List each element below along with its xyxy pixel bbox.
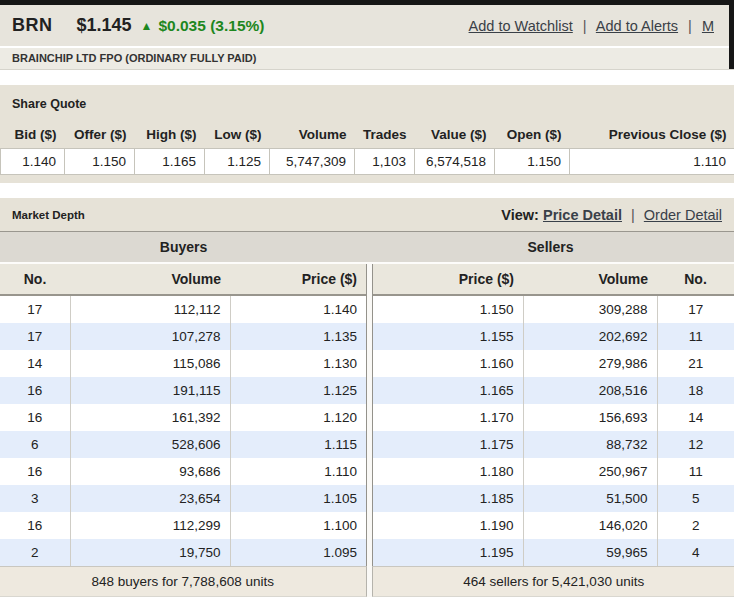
buyer-row: 16112,2991.100 [0, 512, 366, 539]
buyers-summary: 848 buyers for 7,788,608 units [0, 566, 367, 597]
seller-volume-cell: 146,020 [523, 512, 657, 539]
buyer-price-cell: 1.135 [230, 323, 366, 350]
company-name: BRAINCHIP LTD FPO (ORDINARY FULLY PAID) [0, 48, 734, 70]
share-quote-header-cell: Previous Close ($) [570, 121, 734, 149]
seller-no-cell: 21 [657, 350, 734, 377]
buyer-price-cell: 1.105 [230, 485, 366, 512]
seller-no-cell: 18 [657, 377, 734, 404]
sellers-no-header: No. [657, 264, 734, 295]
buyer-row: 219,7501.095 [0, 539, 366, 566]
add-to-alerts-link[interactable]: Add to Alerts [596, 18, 678, 34]
seller-volume-cell: 279,986 [523, 350, 657, 377]
high-value: 1.165 [135, 149, 205, 175]
buyer-volume-cell: 107,278 [70, 323, 230, 350]
buyer-price-cell: 1.095 [230, 539, 366, 566]
open-value: 1.150 [495, 149, 570, 175]
link-separator: | [688, 18, 692, 34]
seller-price-cell: 1.195 [373, 539, 523, 566]
buyer-no-cell: 6 [0, 431, 70, 458]
seller-volume-cell: 250,967 [523, 458, 657, 485]
buyers-panel: No. Volume Price ($) 17112,1121.140 1710… [0, 264, 367, 566]
buyer-no-cell: 17 [0, 295, 70, 323]
seller-row: 1.17588,73212 [373, 431, 734, 458]
buyer-volume-cell: 115,086 [70, 350, 230, 377]
buyer-price-cell: 1.110 [230, 458, 366, 485]
buyer-no-cell: 17 [0, 323, 70, 350]
market-depth-title: Market Depth [12, 209, 85, 221]
buyer-no-cell: 14 [0, 350, 70, 377]
add-to-watchlist-link[interactable]: Add to Watchlist [469, 18, 573, 34]
low-value: 1.125 [205, 149, 270, 175]
buyer-volume-cell: 23,654 [70, 485, 230, 512]
buyer-no-cell: 16 [0, 458, 70, 485]
seller-price-cell: 1.185 [373, 485, 523, 512]
spacer [0, 70, 734, 85]
header-links: Add to Watchlist | Add to Alerts | M [469, 18, 722, 34]
seller-price-cell: 1.160 [373, 350, 523, 377]
sellers-volume-header: Volume [523, 264, 657, 295]
buyer-price-cell: 1.125 [230, 377, 366, 404]
share-quote-header-row: Bid ($) Offer ($) High ($) Low ($) Volum… [1, 121, 734, 149]
price-detail-link[interactable]: Price Detail [543, 207, 622, 223]
seller-row: 1.165208,51618 [373, 377, 734, 404]
seller-no-cell: 12 [657, 431, 734, 458]
order-detail-link[interactable]: Order Detail [644, 207, 722, 223]
sellers-header-row: Price ($) Volume No. [373, 264, 734, 295]
buyer-volume-cell: 528,606 [70, 431, 230, 458]
link-separator: | [583, 18, 587, 34]
buyer-no-cell: 16 [0, 377, 70, 404]
share-quote-header-cell: Open ($) [495, 121, 570, 149]
buyer-no-cell: 2 [0, 539, 70, 566]
seller-row: 1.150309,28817 [373, 295, 734, 323]
seller-volume-cell: 88,732 [523, 431, 657, 458]
share-quote-header-cell: Volume [270, 121, 355, 149]
seller-price-cell: 1.150 [373, 295, 523, 323]
seller-row: 1.190146,0202 [373, 512, 734, 539]
price-change: $0.035 (3.15%) [158, 17, 264, 35]
share-quote-header-cell: Low ($) [205, 121, 270, 149]
share-quote-header-cell: High ($) [135, 121, 205, 149]
stock-quote-page: BRN $1.145 ▲ $0.035 (3.15%) Add to Watch… [0, 0, 734, 597]
buyer-volume-cell: 112,299 [70, 512, 230, 539]
seller-volume-cell: 156,693 [523, 404, 657, 431]
seller-no-cell: 2 [657, 512, 734, 539]
share-quote-header-cell: Trades [355, 121, 415, 149]
quote-header: BRN $1.145 ▲ $0.035 (3.15%) Add to Watch… [0, 5, 734, 48]
seller-volume-cell: 51,500 [523, 485, 657, 512]
buyer-volume-cell: 161,392 [70, 404, 230, 431]
buyer-row: 14115,0861.130 [0, 350, 366, 377]
bid-value: 1.140 [1, 149, 65, 175]
sellers-group-label: Sellers [367, 232, 734, 262]
more-link-truncated[interactable]: M [702, 18, 714, 34]
value-value: 6,574,518 [415, 149, 495, 175]
seller-no-cell: 4 [657, 539, 734, 566]
buyer-price-cell: 1.100 [230, 512, 366, 539]
buyers-table: No. Volume Price ($) 17112,1121.140 1710… [0, 264, 366, 566]
buyer-row: 16191,1151.125 [0, 377, 366, 404]
seller-volume-cell: 208,516 [523, 377, 657, 404]
buyer-row: 17112,1121.140 [0, 295, 366, 323]
seller-price-cell: 1.175 [373, 431, 523, 458]
buyer-row: 1693,6861.110 [0, 458, 366, 485]
seller-row: 1.160279,98621 [373, 350, 734, 377]
seller-price-cell: 1.180 [373, 458, 523, 485]
buyer-price-cell: 1.140 [230, 295, 366, 323]
market-depth-header: Market Depth View: Price Detail | Order … [0, 198, 734, 232]
seller-price-cell: 1.190 [373, 512, 523, 539]
buyer-row: 6528,6061.115 [0, 431, 366, 458]
buyer-price-cell: 1.115 [230, 431, 366, 458]
buyers-no-header: No. [0, 264, 70, 295]
share-quote-header-cell: Value ($) [415, 121, 495, 149]
sellers-price-header: Price ($) [373, 264, 523, 295]
share-quote-value-row: 1.140 1.150 1.165 1.125 5,747,309 1,103 … [1, 149, 734, 175]
market-depth-tables: No. Volume Price ($) 17112,1121.140 1710… [0, 264, 734, 566]
seller-row: 1.180250,96711 [373, 458, 734, 485]
share-quote-header-cell: Bid ($) [1, 121, 65, 149]
buyers-group-label: Buyers [0, 232, 367, 262]
sellers-summary: 464 sellers for 5,421,030 units [372, 566, 734, 597]
price-up-icon: ▲ [141, 19, 153, 33]
right-crop-edge [729, 0, 734, 69]
buyer-price-cell: 1.120 [230, 404, 366, 431]
volume-value: 5,747,309 [270, 149, 355, 175]
seller-no-cell: 11 [657, 323, 734, 350]
